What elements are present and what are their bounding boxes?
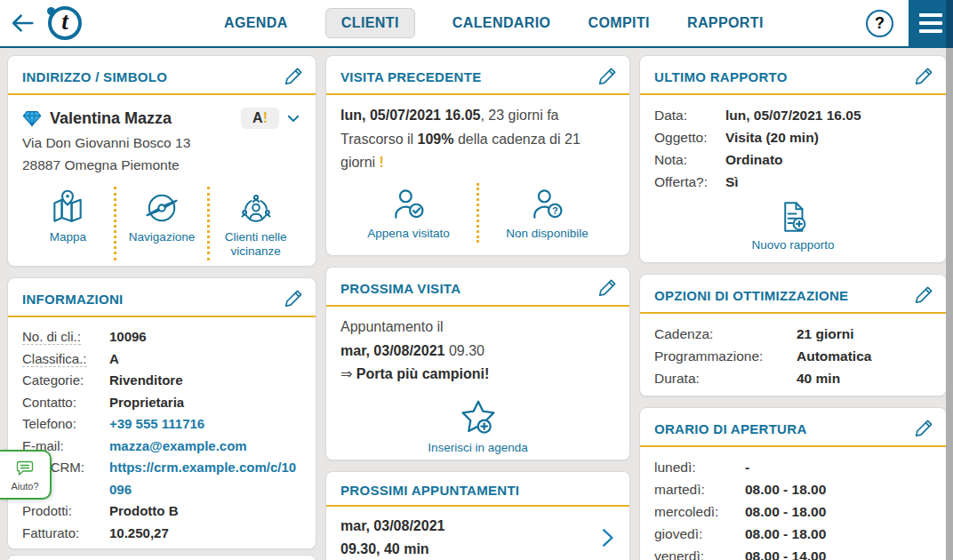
pencil-icon — [914, 285, 933, 305]
classification-badge: A! — [241, 108, 279, 129]
hours-row-wednesday: mercoledì:08.00 - 18.00 — [654, 500, 932, 523]
opening-hours-card: ORARIO DI APERTURA lunedì:- martedì:08.0… — [639, 407, 947, 560]
main-nav: AGENDA CLIENTI CALENDARIO COMPITI RAPPOR… — [224, 8, 764, 38]
previous-visit-text: lun, 05/07/2021 16.05, 23 giorni faTrasc… — [340, 104, 615, 175]
map-label: Mappa — [50, 230, 86, 244]
address-card-title: INDIRIZZO / SIMBOLO — [22, 69, 167, 84]
edit-last-report-button[interactable] — [914, 67, 933, 86]
appointment-date: mar, 03/08/2021 — [340, 518, 444, 533]
add-to-agenda-button[interactable]: Inserisci in agenda — [340, 397, 615, 454]
edit-address-button[interactable] — [284, 67, 303, 86]
info-row-products: Prodotti:Prodotto B — [22, 500, 301, 523]
not-available-label: Non disponibile — [506, 227, 588, 241]
previous-visit-card: VISITA PRECEDENTE lun, 05/07/2021 16.05,… — [325, 55, 630, 256]
nav-clienti[interactable]: CLIENTI — [325, 8, 415, 38]
next-visit-card: PROSSIMA VISITA Appuntamento ilmar, 03/0… — [325, 267, 630, 460]
info-row-email: E-mail:mazza@example.com — [22, 436, 301, 458]
hours-row-thursday: giovedì:08.00 - 18.00 — [654, 523, 932, 545]
optimization-row-duration: Durata:40 min — [654, 367, 932, 389]
edit-optimization-button[interactable] — [914, 285, 933, 305]
nearby-clients-button[interactable]: Clienti nelle vicinanze — [207, 187, 301, 260]
chat-bubble-icon — [14, 458, 36, 479]
previous-visit-title: VISITA PRECEDENTE — [340, 69, 481, 84]
person-check-icon — [389, 185, 428, 224]
appointment-time: 09.30, 40 min — [340, 541, 429, 556]
appointments-title: PROSSIMI APPUNTAMENTI — [340, 483, 519, 498]
report-row-subject: Oggetto:Visita (20 min) — [654, 126, 932, 148]
new-report-label: Nuovo rapporto — [751, 238, 834, 252]
classification-dropdown[interactable]: A! — [241, 108, 301, 129]
optimization-row-cadence: Cadenza:21 giorni — [654, 323, 932, 345]
client-city: 28887 Omegna Piemonte — [22, 154, 301, 176]
email-link[interactable]: mazza@example.com — [109, 436, 301, 458]
aiuto-label: Aiuto? — [11, 481, 38, 492]
gem-symbol-icon — [22, 108, 42, 128]
next-visit-title: PROSSIMA VISITA — [340, 281, 460, 296]
help-button[interactable]: ? — [866, 10, 893, 37]
person-question-icon: ? — [528, 185, 567, 224]
info-row-categories: Categorie:Rivenditore — [22, 370, 301, 392]
navigation-label: Navigazione — [129, 230, 195, 244]
info-row-phone: Telefono:+39 555 111716 — [22, 413, 301, 436]
optimization-row-scheduling: Programmazione:Automatica — [654, 345, 932, 367]
phone-link[interactable]: +39 555 111716 — [109, 413, 301, 436]
optimization-card: OPZIONI DI OTTIMIZZAZIONE Cadenza:21 gio… — [639, 274, 947, 396]
info-row-contact: Contatto:Proprietaria — [22, 392, 301, 414]
optimization-title: OPZIONI DI OTTIMIZZAZIONE — [654, 288, 848, 303]
back-button[interactable] — [9, 10, 36, 36]
svg-text:?: ? — [551, 204, 557, 215]
nav-compiti[interactable]: COMPITI — [588, 15, 649, 31]
column-right: ULTIMO RAPPORTO Data:lun, 05/07/2021 16.… — [639, 55, 947, 560]
report-row-offer: Offerta?:Sì — [654, 171, 932, 193]
appointments-card: PROSSIMI APPUNTAMENTI mar, 03/08/202109.… — [325, 471, 630, 560]
last-report-title: ULTIMO RAPPORTO — [654, 69, 788, 84]
info-row-classification: Classifica.:A — [22, 348, 301, 371]
address-card: INDIRIZZO / SIMBOLO Valentina Mazza A! — [7, 55, 316, 267]
crm-link[interactable]: https://crm.example.com/c/10096 — [109, 457, 301, 500]
opening-hours-title: ORARIO DI APERTURA — [654, 421, 807, 436]
edit-opening-hours-button[interactable] — [914, 419, 933, 438]
new-report-button[interactable]: Nuovo rapporto — [654, 198, 932, 252]
report-row-note: Nota:Ordinato — [654, 148, 932, 171]
info-row-client-number: No. di cli.:10096 — [22, 326, 301, 348]
client-street: Via Don Giovanni Bosco 13 — [22, 132, 301, 154]
info-row-crm-link: Link CRM:https://crm.example.com/c/10096 — [22, 457, 301, 500]
pencil-icon — [914, 67, 933, 86]
column-left: INDIRIZZO / SIMBOLO Valentina Mazza A! — [7, 55, 316, 560]
not-available-button[interactable]: ? Non disponibile — [476, 183, 615, 243]
last-report-card: ULTIMO RAPPORTO Data:lun, 05/07/2021 16.… — [639, 55, 947, 263]
hamburger-icon — [919, 13, 942, 17]
hours-row-tuesday: martedì:08.00 - 18.00 — [654, 478, 932, 500]
aiuto-help-button[interactable]: Aiuto? — [0, 450, 52, 500]
pencil-icon — [284, 289, 303, 308]
pencil-icon — [597, 278, 617, 298]
report-row-date: Data:lun, 05/07/2021 16.05 — [654, 104, 932, 126]
nav-calendario[interactable]: CALENDARIO — [452, 15, 551, 31]
map-button[interactable]: Mappa — [22, 187, 114, 260]
scrollbar-thumb[interactable] — [946, 48, 953, 560]
chevron-down-icon — [285, 110, 301, 126]
appointment-row[interactable]: mar, 03/08/202109.30, 40 min — [326, 507, 629, 560]
scrollbar[interactable] — [946, 0, 953, 560]
pencil-icon — [597, 67, 617, 86]
nearby-clients-icon — [236, 188, 276, 228]
chevron-right-icon — [596, 526, 619, 549]
nav-agenda[interactable]: AGENDA — [224, 15, 288, 31]
client-name: Valentina Mazza — [50, 109, 172, 128]
hours-row-friday: venerdì:08.00 - 14.00 — [654, 545, 932, 560]
partial-card-bottom-left — [7, 555, 316, 560]
edit-next-visit-button[interactable] — [597, 278, 617, 298]
document-plus-icon — [774, 198, 812, 236]
logo-letter: t — [61, 10, 68, 34]
navigation-button[interactable]: Navigazione — [114, 187, 208, 260]
top-bar: t AGENDA CLIENTI CALENDARIO COMPITI RAPP… — [0, 0, 953, 48]
just-visited-button[interactable]: Appena visitato — [340, 183, 476, 243]
just-visited-label: Appena visitato — [367, 227, 449, 241]
nav-rapporti[interactable]: RAPPORTI — [687, 15, 764, 31]
edit-previous-visit-button[interactable] — [597, 67, 617, 86]
edit-info-button[interactable] — [284, 289, 303, 308]
overdue-alert: ! — [380, 155, 384, 170]
pencil-icon — [284, 67, 303, 86]
next-visit-text: Appuntamento ilmar, 03/08/2021 09.30⇒ Po… — [340, 316, 615, 387]
info-card-title: INFORMAZIONI — [22, 292, 124, 307]
